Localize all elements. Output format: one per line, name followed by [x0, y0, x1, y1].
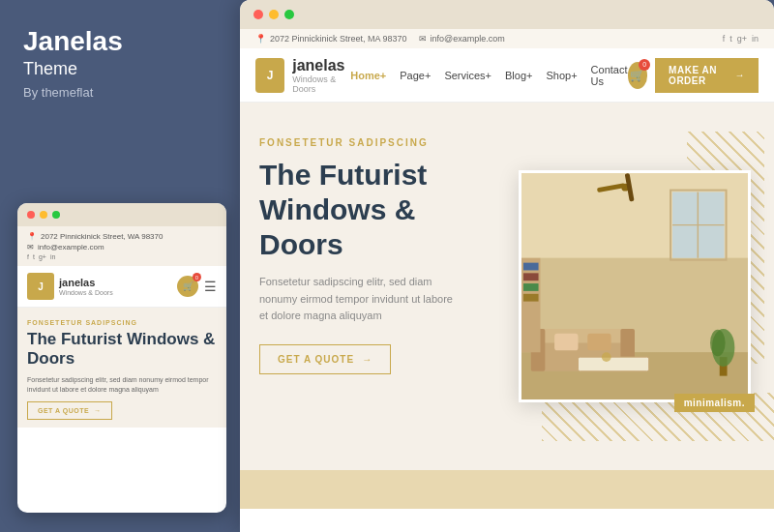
svg-rect-25	[523, 294, 539, 302]
hero-label: FONSETETUR SADIPSCING	[259, 137, 473, 148]
mobile-hamburger-icon[interactable]: ☰	[204, 279, 217, 294]
browser-dot-green	[284, 10, 294, 19]
mobile-email-row: ✉ info@example.com	[27, 243, 217, 251]
gplus-icon: g+	[39, 253, 46, 260]
mobile-dot-red	[27, 211, 35, 219]
mobile-address: 2072 Pinnickinick Street, WA 98370	[41, 232, 163, 241]
mobile-hero-title: The Futurist Windows & Doors	[27, 330, 217, 369]
order-btn-text: MAKE AN ORDER	[669, 65, 729, 86]
mobile-top-bar	[17, 203, 226, 226]
svg-point-20	[710, 330, 726, 356]
hero-title-line2: Windows & Doors	[259, 192, 473, 262]
mobile-hero: FONSETETUR SADIPSCING The Futurist Windo…	[17, 308, 226, 428]
mobile-hero-desc: Fonsetetur sadipscing elitr, sed diam no…	[27, 375, 217, 395]
svg-rect-22	[523, 263, 539, 271]
nav-page[interactable]: Page+	[400, 70, 431, 81]
site-logo-info: janelas Windows & Doors	[292, 56, 350, 94]
svg-rect-24	[523, 283, 539, 291]
mobile-logo-sub: Windows & Doors	[59, 289, 113, 296]
brand-by: By themeflat	[23, 85, 217, 100]
left-panel: Janelas Theme By themeflat 📍 2072 Pinnic…	[0, 0, 240, 532]
bottom-strip	[240, 470, 774, 509]
site-logo-icon: J	[255, 58, 284, 93]
site-top-left: 📍 2072 Pinnickinick Street, MA 98370 ✉ i…	[255, 34, 505, 44]
browser-dot-yellow	[269, 10, 279, 19]
nav-blog[interactable]: Blog+	[505, 70, 532, 81]
mobile-cart-badge: 0	[193, 273, 201, 281]
site-email-icon: ✉	[419, 34, 427, 44]
browser-dot-red	[253, 10, 263, 19]
site-location-icon: 📍	[255, 34, 266, 44]
site-social: f t g+ in	[723, 34, 759, 44]
browser-top-bar	[240, 0, 774, 29]
brand-name: Janelas	[23, 27, 217, 57]
svg-rect-11	[531, 329, 635, 343]
svg-rect-14	[555, 334, 579, 351]
mobile-cta-button[interactable]: GET A QUOTE →	[27, 401, 112, 420]
svg-rect-15	[588, 334, 611, 351]
hero-cta-text: GET A QUOTE	[278, 354, 354, 365]
site-logo-text: janelas	[292, 56, 350, 74]
site-cart-badge: 0	[639, 59, 650, 71]
nav-services[interactable]: Services+	[444, 70, 491, 81]
brand-subtitle: Theme	[23, 59, 217, 79]
mobile-logo-info: janelas Windows & Doors	[59, 277, 113, 296]
mobile-dot-green	[52, 211, 60, 219]
site-cart-button[interactable]: 🛒 0	[628, 62, 648, 89]
site-nav-actions: 🛒 0 MAKE AN ORDER →	[628, 58, 759, 93]
mobile-nav: J janelas Windows & Doors 🛒 0 ☰	[17, 266, 226, 308]
site-address-text: 2072 Pinnickinick Street, MA 98370	[270, 34, 407, 44]
site-facebook-icon[interactable]: f	[723, 34, 726, 44]
svg-rect-21	[521, 258, 541, 353]
mobile-email: info@example.com	[38, 243, 104, 251]
site-gplus-icon[interactable]: g+	[737, 34, 747, 44]
hero-cta-arrow: →	[362, 354, 372, 365]
minimalism-label: minimalism.	[674, 394, 755, 412]
site-top-bar: 📍 2072 Pinnickinick Street, MA 98370 ✉ i…	[240, 29, 774, 48]
mobile-address-row: 📍 2072 Pinnickinick Street, WA 98370	[27, 232, 217, 241]
hero-left: FONSETETUR SADIPSCING The Futurist Windo…	[240, 103, 496, 470]
order-btn-arrow: →	[735, 70, 746, 80]
mobile-cart-button[interactable]: 🛒 0	[177, 276, 198, 297]
mobile-nav-actions: 🛒 0 ☰	[177, 276, 217, 297]
site-hero: FONSETETUR SADIPSCING The Futurist Windo…	[240, 103, 774, 470]
room-interior	[521, 173, 748, 399]
mobile-logo: J janelas Windows & Doors	[27, 273, 113, 300]
site-nav: J janelas Windows & Doors Home+ Page+ Se…	[240, 48, 774, 103]
nav-home[interactable]: Home+	[350, 70, 386, 81]
site-email-text: info@example.com	[431, 34, 505, 44]
hero-cta-button[interactable]: GET A QUOTE →	[259, 344, 391, 374]
location-icon: 📍	[27, 232, 37, 241]
mobile-dot-yellow	[40, 211, 47, 219]
svg-point-17	[602, 352, 611, 362]
mobile-cta-text: GET A QUOTE	[38, 407, 89, 414]
facebook-icon: f	[27, 253, 29, 260]
nav-shop[interactable]: Shop+	[546, 70, 577, 81]
hero-desc: Fonsetetur sadipscing elitr, sed diam no…	[259, 274, 453, 325]
mobile-social: f t g+ in	[27, 253, 217, 260]
mobile-hero-label: FONSETETUR SADIPSCING	[27, 319, 217, 326]
site-menu: Home+ Page+ Services+ Blog+ Shop+ Contac…	[350, 64, 627, 87]
twitter-icon: t	[33, 253, 35, 260]
site-address: 📍 2072 Pinnickinick Street, MA 98370	[255, 34, 407, 44]
site-instagram-icon[interactable]: in	[752, 34, 759, 44]
instagram-icon: in	[50, 253, 55, 260]
hero-title-line1: The Futurist	[259, 158, 473, 192]
mobile-logo-text: janelas	[59, 277, 113, 289]
site-logo: J janelas Windows & Doors	[255, 56, 350, 94]
site-email: ✉ info@example.com	[419, 34, 505, 44]
mobile-cta-arrow: →	[94, 407, 102, 414]
hero-title: The Futurist Windows & Doors	[259, 158, 473, 262]
browser-mockup: 📍 2072 Pinnickinick Street, MA 98370 ✉ i…	[240, 0, 774, 532]
mobile-mockup: 📍 2072 Pinnickinick Street, WA 98370 ✉ i…	[17, 203, 226, 513]
svg-rect-16	[579, 357, 649, 371]
site-logo-sub: Windows & Doors	[292, 74, 350, 94]
room-image	[519, 170, 751, 402]
order-button[interactable]: MAKE AN ORDER →	[655, 58, 759, 93]
nav-contact[interactable]: Contact Us	[591, 64, 628, 87]
mobile-logo-icon: J	[27, 273, 54, 300]
site-twitter-icon[interactable]: t	[729, 34, 732, 44]
svg-rect-23	[523, 274, 539, 281]
mobile-info-bar: 📍 2072 Pinnickinick Street, WA 98370 ✉ i…	[17, 226, 226, 266]
room-svg	[521, 173, 748, 399]
